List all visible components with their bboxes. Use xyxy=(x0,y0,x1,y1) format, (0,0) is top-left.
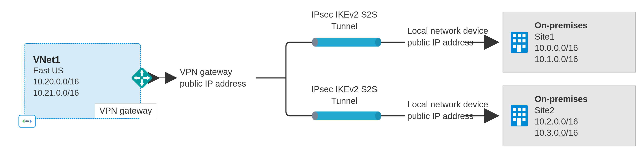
svg-point-11 xyxy=(375,38,381,46)
vnet-cidr-2: 10.21.0.0/16 xyxy=(33,88,132,98)
svg-rect-24 xyxy=(517,44,521,52)
tunnel-icon-bottom xyxy=(312,110,381,121)
svg-point-1 xyxy=(25,120,27,122)
local-device-label-top-l1: Local network device xyxy=(407,25,488,36)
tunnel-label-bottom: IPsec IKEv2 S2S Tunnel xyxy=(308,83,381,107)
network-diagram: VNet1 East US 10.20.0.0/16 10.21.0.0/16 … xyxy=(0,0,644,163)
onprem-box-site1: On-premises Site1 10.0.0.0/16 10.1.0.0/1… xyxy=(502,12,636,72)
vpn-gateway-icon xyxy=(130,66,154,90)
vpn-gateway-ip-label-l2: public IP address xyxy=(180,78,246,90)
onprem-cidr1-2: 10.2.0.0/16 xyxy=(534,116,588,127)
svg-rect-27 xyxy=(518,108,521,111)
svg-point-13 xyxy=(312,112,318,120)
azure-vnet-icon xyxy=(18,115,36,128)
svg-rect-21 xyxy=(522,40,526,42)
local-device-label-bottom-l1: Local network device xyxy=(407,98,488,110)
onprem-sitename-2: Site2 xyxy=(534,104,588,116)
svg-rect-7 xyxy=(144,77,148,79)
tunnel-label-bottom-l2: Tunnel xyxy=(308,95,381,107)
onprem-cidr2-2: 10.3.0.0/16 xyxy=(534,127,588,138)
tunnel-label-top: IPsec IKEv2 S2S Tunnel xyxy=(308,9,381,32)
svg-point-14 xyxy=(375,112,381,120)
svg-rect-22 xyxy=(513,44,516,48)
local-device-label-bottom-l2: public IP address xyxy=(407,110,488,122)
svg-rect-16 xyxy=(513,34,516,37)
tunnel-label-bottom-l1: IPsec IKEv2 S2S xyxy=(308,83,381,95)
local-device-label-bottom: Local network device public IP address xyxy=(407,98,488,122)
svg-rect-18 xyxy=(522,34,526,37)
onprem-cidr1-1: 10.0.0.0/16 xyxy=(534,42,588,54)
tunnel-label-top-l2: Tunnel xyxy=(308,20,381,32)
svg-rect-30 xyxy=(518,113,521,116)
local-device-label-top-l2: public IP address xyxy=(407,36,488,48)
svg-rect-31 xyxy=(522,113,526,116)
local-device-label-top: Local network device public IP address xyxy=(407,25,488,48)
svg-rect-19 xyxy=(513,40,516,42)
svg-rect-8 xyxy=(315,38,378,46)
building-icon xyxy=(510,104,529,128)
onprem-cidr2-1: 10.1.0.0/16 xyxy=(534,54,588,65)
svg-rect-20 xyxy=(518,40,521,42)
svg-rect-29 xyxy=(513,113,516,116)
vnet-title: VNet1 xyxy=(33,54,132,65)
svg-point-2 xyxy=(27,120,29,122)
svg-rect-26 xyxy=(513,108,516,111)
svg-rect-23 xyxy=(522,44,526,48)
tunnel-label-top-l1: IPsec IKEv2 S2S xyxy=(308,9,381,20)
svg-rect-34 xyxy=(517,118,521,126)
onprem-title-2: On-premises xyxy=(534,93,588,104)
vpn-gateway-ip-label: VPN gateway public IP address xyxy=(180,66,246,90)
svg-rect-4 xyxy=(141,72,143,76)
svg-rect-6 xyxy=(136,77,140,79)
vpn-gateway-caption-box: VPN gateway xyxy=(95,104,156,118)
onprem-title-1: On-premises xyxy=(534,20,588,31)
svg-rect-17 xyxy=(518,34,521,37)
vnet-cidr-1: 10.20.0.0/16 xyxy=(33,76,132,87)
onprem-sitename-1: Site1 xyxy=(534,31,588,42)
svg-rect-33 xyxy=(522,118,526,121)
building-icon xyxy=(510,30,529,54)
svg-rect-32 xyxy=(513,118,516,121)
svg-rect-28 xyxy=(522,108,526,111)
svg-rect-5 xyxy=(141,80,143,84)
svg-rect-12 xyxy=(315,112,378,120)
connector-split-top xyxy=(286,42,313,78)
vnet-region: East US xyxy=(33,65,132,76)
tunnel-icon-top xyxy=(312,37,381,48)
vpn-gateway-ip-label-l1: VPN gateway xyxy=(180,66,246,78)
onprem-box-site2: On-premises Site2 10.2.0.0/16 10.3.0.0/1… xyxy=(502,86,636,146)
svg-point-9 xyxy=(312,38,318,46)
